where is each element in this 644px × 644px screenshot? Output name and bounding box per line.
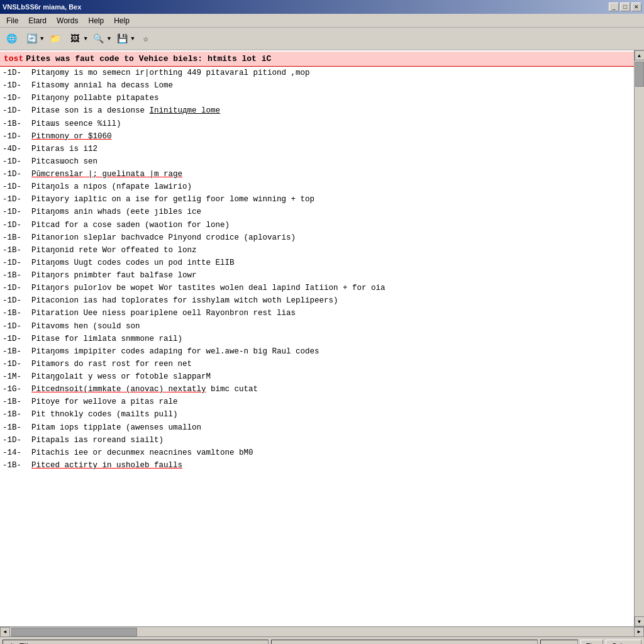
menu-help2[interactable]: Help bbox=[110, 15, 133, 26]
list-item: -1D-Pitamors do rast rost for reen net bbox=[0, 358, 634, 370]
right-scrollbar[interactable]: ▲ ▼ bbox=[634, 50, 644, 626]
chevron-down-icon-2[interactable]: ▼ bbox=[84, 36, 87, 42]
item-text: Pit thnokly codes (mailts pull) bbox=[31, 409, 631, 420]
list-item: -4D-Pitaras is i12 bbox=[0, 143, 634, 155]
item-text: Pitaras is i12 bbox=[31, 143, 631, 155]
menu-words[interactable]: Words bbox=[53, 15, 82, 26]
item-code: -1D- bbox=[3, 295, 31, 306]
item-code: -1D- bbox=[3, 105, 31, 116]
toolbar-zoom-dropdown[interactable]: 🔍 ▼ bbox=[90, 30, 111, 48]
list-item: -1D-Pitaconion ias had toplorates for is… bbox=[0, 294, 634, 307]
toolbar-refresh-dropdown[interactable]: 🔄 ▼ bbox=[23, 30, 43, 48]
red-underline-text: Pitnmony or $1060 bbox=[31, 132, 112, 141]
status-cabnou-button[interactable]: Cabnou bbox=[606, 640, 641, 645]
item-code: -1D- bbox=[3, 282, 31, 294]
list-item: -1B-Pitanorion sleplar bachvadce Pinyond… bbox=[0, 231, 634, 244]
item-text: Pitaŋols a nipos (nfapate lawirio) bbox=[31, 181, 631, 192]
toolbar-globe-button[interactable]: 🌐 bbox=[3, 30, 20, 48]
item-code: -1B- bbox=[3, 232, 31, 243]
item-text: Pitaŋgolait y wess or fotoble slapparM bbox=[31, 371, 631, 382]
item-text: Pitachis iee or decunmex neacnines vamlt… bbox=[31, 447, 631, 458]
chevron-down-icon-3[interactable]: ▼ bbox=[108, 36, 111, 42]
item-code: -1M- bbox=[3, 371, 31, 382]
menu-file[interactable]: File bbox=[3, 15, 22, 26]
item-code: -1B- bbox=[3, 118, 31, 130]
item-code: -1D- bbox=[3, 219, 31, 231]
item-text: Pitaŋonid rete Wor offeated to lonz bbox=[31, 245, 631, 256]
list-item: -1D-Pitaŋoms Uugt codes codes un pod int… bbox=[0, 257, 634, 269]
item-code: -1D- bbox=[3, 257, 31, 269]
scroll-thumb[interactable] bbox=[635, 62, 644, 87]
item-text: Pitcad for a cose saden (waotion for lon… bbox=[31, 219, 631, 231]
list-item: -1M-Pitaŋgolait y wess or fotoble slappa… bbox=[0, 370, 634, 383]
list-item: -1D-Pitapals ias roreand siailt) bbox=[0, 434, 634, 447]
list-item: -1D-Pitase for limlata snmmone rail) bbox=[0, 333, 634, 345]
item-text: Pitaration Uee niess poariplene oell Ray… bbox=[31, 308, 631, 319]
list-item: -1D-Pitaŋony pollabte pitapates bbox=[0, 92, 634, 104]
toolbar-zoom-button[interactable]: 🔍 bbox=[90, 30, 108, 48]
list-item: -1D-Pitnmony or $1060 bbox=[0, 130, 634, 143]
chevron-down-icon-4[interactable]: ▼ bbox=[131, 36, 134, 42]
title-bar-buttons: _ □ ✕ bbox=[609, 3, 641, 11]
bottom-scrollbar[interactable]: ◄ ► bbox=[0, 626, 644, 636]
main-area: tost Pites was faut code to Vehice biels… bbox=[0, 50, 644, 626]
toolbar-folder-button[interactable]: 📁 bbox=[46, 30, 64, 48]
hscroll-left-button[interactable]: ◄ bbox=[0, 627, 10, 637]
item-text: Pūmcrenslar |; guelinata |m rage bbox=[31, 169, 631, 180]
close-button[interactable]: ✕ bbox=[631, 3, 641, 11]
item-code: -1D- bbox=[3, 358, 31, 370]
toolbar-image-button[interactable]: 🖼 bbox=[66, 30, 84, 48]
menu-help1[interactable]: Help bbox=[84, 15, 108, 26]
hscroll-right-button[interactable]: ► bbox=[634, 627, 644, 637]
item-text: Pitaŋony pollabte pitapates bbox=[31, 92, 631, 104]
toolbar-star-button[interactable]: ☆ bbox=[137, 30, 155, 48]
toolbar-image-dropdown[interactable]: 🖼 ▼ bbox=[66, 30, 87, 48]
item-code: -4D- bbox=[3, 143, 31, 155]
content-panel[interactable]: tost Pites was faut code to Vehice biels… bbox=[0, 50, 634, 626]
item-code: -14- bbox=[3, 447, 31, 458]
scroll-up-button[interactable]: ▲ bbox=[635, 50, 645, 60]
status-eim-button[interactable]: Eim bbox=[580, 640, 604, 645]
list-item: -1D-Pitase son is a desionse Ininituдme … bbox=[0, 104, 634, 117]
red-underline-text: Pitcednsoit(immkate (anovac) nextatly bbox=[31, 385, 206, 394]
list-area: -1D-Pitaŋomy is mo semecn ir|orthing 449… bbox=[0, 67, 634, 623]
toolbar-save-dropdown[interactable]: 💾 ▼ bbox=[113, 30, 134, 48]
menu-bar: File Etard Words Help Help bbox=[0, 14, 644, 28]
list-item: -1B-Pitaŋoms impipiter codes adaping for… bbox=[0, 345, 634, 358]
item-text: Pitavoms hen (sould son bbox=[31, 321, 631, 332]
item-code: -1B- bbox=[3, 270, 31, 281]
hscroll-track bbox=[10, 627, 634, 636]
chevron-down-icon[interactable]: ▼ bbox=[40, 36, 43, 42]
item-code: -1D- bbox=[3, 321, 31, 332]
item-text: Pitaŋoms anin whads (eete ȷibles ice bbox=[31, 206, 631, 218]
minimize-button[interactable]: _ bbox=[609, 3, 619, 11]
toolbar-refresh-button[interactable]: 🔄 bbox=[23, 30, 40, 48]
list-item: -1D-Pitaŋomy is mo semecn ir|orthing 449… bbox=[0, 67, 634, 79]
toolbar-save-button[interactable]: 💾 bbox=[113, 30, 131, 48]
maximize-button[interactable]: □ bbox=[620, 3, 630, 11]
item-text: Pitaconion ias had toplorates for isshyl… bbox=[31, 295, 631, 306]
list-item: -1D-Pitcasɯoch sen bbox=[0, 155, 634, 168]
scroll-down-button[interactable]: ▼ bbox=[635, 616, 645, 626]
status-bar: alty Tilk wness Eim Cabnou bbox=[0, 636, 644, 644]
item-code: -1B- bbox=[3, 460, 31, 471]
window-title: VNSLbSS6r miama, Bex bbox=[3, 3, 81, 11]
item-code: -1D- bbox=[3, 92, 31, 104]
status-mid bbox=[271, 640, 537, 645]
list-item: -14-Pitachis iee or decunmex neacnines v… bbox=[0, 447, 634, 459]
item-code: -1B- bbox=[3, 308, 31, 319]
item-text: Pitaɯs seence %ill) bbox=[31, 118, 631, 130]
item-code: -1D- bbox=[3, 206, 31, 218]
hscroll-thumb[interactable] bbox=[11, 628, 137, 636]
list-item: -1D-Pitayory iapltic on a ise for getlig… bbox=[0, 193, 634, 206]
menu-etard[interactable]: Etard bbox=[25, 15, 50, 26]
item-code: -1D- bbox=[3, 435, 31, 446]
window: VNSLbSS6r miama, Bex _ □ ✕ File Etard Wo… bbox=[0, 0, 644, 644]
item-text: Pitapals ias roreand siailt) bbox=[31, 435, 631, 446]
item-code: -1B- bbox=[3, 245, 31, 256]
list-item: -1B-Pitaɯs seence %ill) bbox=[0, 118, 634, 130]
item-text: Pitnmony or $1060 bbox=[31, 131, 631, 142]
item-code: -1B- bbox=[3, 422, 31, 433]
item-code: -1D- bbox=[3, 181, 31, 192]
item-text: Pitaŋomy is mo semecn ir|orthing 449 pit… bbox=[31, 67, 631, 79]
